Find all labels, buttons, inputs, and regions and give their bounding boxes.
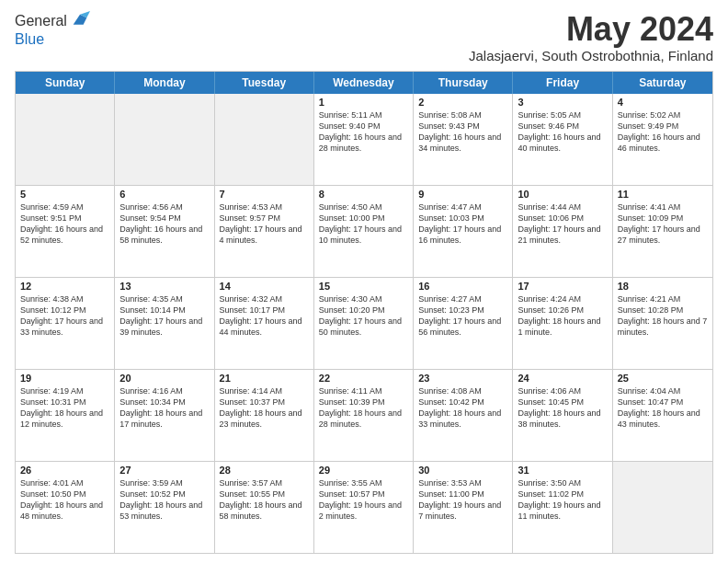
calendar-cell-23: 23Sunrise: 4:08 AM Sunset: 10:42 PM Dayl… — [414, 370, 513, 461]
day-number: 9 — [418, 189, 507, 200]
day-number: 18 — [618, 281, 708, 292]
day-number: 28 — [220, 465, 309, 476]
day-info: Sunrise: 4:56 AM Sunset: 9:54 PM Dayligh… — [119, 201, 209, 247]
day-number: 8 — [319, 189, 408, 200]
calendar-cell-3: 3Sunrise: 5:05 AM Sunset: 9:46 PM Daylig… — [513, 94, 612, 185]
calendar-cell-24: 24Sunrise: 4:06 AM Sunset: 10:45 PM Dayl… — [513, 370, 612, 461]
title-block: May 2024 Jalasjaervi, South Ostrobothnia… — [469, 11, 713, 63]
day-number: 19 — [20, 373, 109, 384]
day-number: 30 — [418, 465, 507, 476]
calendar-cell-2: 2Sunrise: 5:08 AM Sunset: 9:43 PM Daylig… — [414, 94, 513, 185]
day-number: 1 — [319, 97, 408, 108]
calendar-cell-17: 17Sunrise: 4:24 AM Sunset: 10:26 PM Dayl… — [513, 278, 612, 369]
calendar-cell-4: 4Sunrise: 5:02 AM Sunset: 9:49 PM Daylig… — [613, 94, 712, 185]
calendar-cell-16: 16Sunrise: 4:27 AM Sunset: 10:23 PM Dayl… — [414, 278, 513, 369]
calendar-cell-10: 10Sunrise: 4:44 AM Sunset: 10:06 PM Dayl… — [513, 186, 612, 277]
day-number: 13 — [119, 281, 209, 292]
header-day-wednesday: Wednesday — [314, 72, 414, 94]
header-day-sunday: Sunday — [16, 72, 115, 94]
day-info: Sunrise: 4:27 AM Sunset: 10:23 PM Daylig… — [418, 293, 507, 339]
day-info: Sunrise: 5:11 AM Sunset: 9:40 PM Dayligh… — [319, 109, 408, 155]
calendar-cell-6: 6Sunrise: 4:56 AM Sunset: 9:54 PM Daylig… — [115, 186, 214, 277]
calendar-row-3: 19Sunrise: 4:19 AM Sunset: 10:31 PM Dayl… — [16, 370, 712, 462]
day-number: 5 — [20, 189, 109, 200]
day-number: 7 — [220, 189, 309, 200]
day-number: 16 — [418, 281, 507, 292]
day-info: Sunrise: 5:02 AM Sunset: 9:49 PM Dayligh… — [618, 109, 708, 155]
logo: General Blue — [15, 11, 90, 48]
day-number: 27 — [119, 465, 209, 476]
calendar-cell-22: 22Sunrise: 4:11 AM Sunset: 10:39 PM Dayl… — [314, 370, 414, 461]
day-info: Sunrise: 4:11 AM Sunset: 10:39 PM Daylig… — [319, 385, 408, 431]
day-number: 26 — [20, 465, 109, 476]
calendar-cell-30: 30Sunrise: 3:53 AM Sunset: 11:00 PM Dayl… — [414, 462, 513, 553]
calendar-row-2: 12Sunrise: 4:38 AM Sunset: 10:12 PM Dayl… — [16, 278, 712, 370]
day-number: 20 — [119, 373, 209, 384]
day-number: 25 — [618, 373, 708, 384]
day-number: 17 — [518, 281, 607, 292]
day-number: 12 — [20, 281, 109, 292]
header-day-friday: Friday — [513, 72, 612, 94]
logo-bird-icon — [70, 11, 90, 31]
calendar-cell-empty-4-6 — [613, 462, 712, 553]
calendar-cell-19: 19Sunrise: 4:19 AM Sunset: 10:31 PM Dayl… — [16, 370, 115, 461]
day-info: Sunrise: 4:35 AM Sunset: 10:14 PM Daylig… — [119, 293, 209, 339]
title-location: Jalasjaervi, South Ostrobothnia, Finland — [469, 48, 713, 63]
header-day-monday: Monday — [115, 72, 214, 94]
day-number: 2 — [418, 97, 507, 108]
day-info: Sunrise: 4:01 AM Sunset: 10:50 PM Daylig… — [20, 477, 109, 523]
calendar-cell-5: 5Sunrise: 4:59 AM Sunset: 9:51 PM Daylig… — [16, 186, 115, 277]
day-number: 10 — [518, 189, 607, 200]
header-day-thursday: Thursday — [414, 72, 513, 94]
day-info: Sunrise: 4:38 AM Sunset: 10:12 PM Daylig… — [20, 293, 109, 339]
calendar-row-1: 5Sunrise: 4:59 AM Sunset: 9:51 PM Daylig… — [16, 186, 712, 278]
calendar-cell-26: 26Sunrise: 4:01 AM Sunset: 10:50 PM Dayl… — [16, 462, 115, 553]
day-info: Sunrise: 4:47 AM Sunset: 10:03 PM Daylig… — [418, 201, 507, 247]
day-info: Sunrise: 4:32 AM Sunset: 10:17 PM Daylig… — [220, 293, 309, 339]
day-number: 15 — [319, 281, 408, 292]
title-month: May 2024 — [469, 11, 713, 48]
calendar-header: SundayMondayTuesdayWednesdayThursdayFrid… — [16, 72, 712, 94]
header-day-tuesday: Tuesday — [215, 72, 314, 94]
header-day-saturday: Saturday — [613, 72, 712, 94]
day-info: Sunrise: 3:50 AM Sunset: 11:02 PM Daylig… — [518, 477, 607, 523]
calendar-cell-13: 13Sunrise: 4:35 AM Sunset: 10:14 PM Dayl… — [115, 278, 214, 369]
calendar-cell-28: 28Sunrise: 3:57 AM Sunset: 10:55 PM Dayl… — [215, 462, 314, 553]
day-info: Sunrise: 4:16 AM Sunset: 10:34 PM Daylig… — [119, 385, 209, 431]
day-info: Sunrise: 4:19 AM Sunset: 10:31 PM Daylig… — [20, 385, 109, 431]
calendar-cell-18: 18Sunrise: 4:21 AM Sunset: 10:28 PM Dayl… — [613, 278, 712, 369]
day-number: 3 — [518, 97, 607, 108]
calendar-cell-25: 25Sunrise: 4:04 AM Sunset: 10:47 PM Dayl… — [613, 370, 712, 461]
day-info: Sunrise: 5:05 AM Sunset: 9:46 PM Dayligh… — [518, 109, 607, 155]
day-info: Sunrise: 3:59 AM Sunset: 10:52 PM Daylig… — [119, 477, 209, 523]
day-info: Sunrise: 3:55 AM Sunset: 10:57 PM Daylig… — [319, 477, 408, 523]
day-info: Sunrise: 4:24 AM Sunset: 10:26 PM Daylig… — [518, 293, 607, 339]
calendar-row-4: 26Sunrise: 4:01 AM Sunset: 10:50 PM Dayl… — [16, 462, 712, 553]
day-info: Sunrise: 4:53 AM Sunset: 9:57 PM Dayligh… — [220, 201, 309, 247]
calendar-cell-12: 12Sunrise: 4:38 AM Sunset: 10:12 PM Dayl… — [16, 278, 115, 369]
calendar-cell-9: 9Sunrise: 4:47 AM Sunset: 10:03 PM Dayli… — [414, 186, 513, 277]
day-number: 29 — [319, 465, 408, 476]
calendar-cell-empty-0-2 — [215, 94, 314, 185]
calendar-cell-8: 8Sunrise: 4:50 AM Sunset: 10:00 PM Dayli… — [314, 186, 414, 277]
calendar-cell-14: 14Sunrise: 4:32 AM Sunset: 10:17 PM Dayl… — [215, 278, 314, 369]
day-info: Sunrise: 4:21 AM Sunset: 10:28 PM Daylig… — [618, 293, 708, 339]
calendar-cell-7: 7Sunrise: 4:53 AM Sunset: 9:57 PM Daylig… — [215, 186, 314, 277]
day-info: Sunrise: 4:59 AM Sunset: 9:51 PM Dayligh… — [20, 201, 109, 247]
day-info: Sunrise: 5:08 AM Sunset: 9:43 PM Dayligh… — [418, 109, 507, 155]
day-number: 21 — [220, 373, 309, 384]
day-info: Sunrise: 4:44 AM Sunset: 10:06 PM Daylig… — [518, 201, 607, 247]
day-number: 6 — [119, 189, 209, 200]
day-info: Sunrise: 4:50 AM Sunset: 10:00 PM Daylig… — [319, 201, 408, 247]
calendar-cell-11: 11Sunrise: 4:41 AM Sunset: 10:09 PM Dayl… — [613, 186, 712, 277]
calendar-body: 1Sunrise: 5:11 AM Sunset: 9:40 PM Daylig… — [16, 94, 712, 553]
calendar-cell-21: 21Sunrise: 4:14 AM Sunset: 10:37 PM Dayl… — [215, 370, 314, 461]
calendar-cell-15: 15Sunrise: 4:30 AM Sunset: 10:20 PM Dayl… — [314, 278, 414, 369]
calendar-cell-20: 20Sunrise: 4:16 AM Sunset: 10:34 PM Dayl… — [115, 370, 214, 461]
logo-general-text: General — [15, 13, 67, 29]
calendar-cell-empty-0-0 — [16, 94, 115, 185]
page: General Blue May 2024 Jalasjaervi, South… — [0, 0, 728, 563]
day-number: 22 — [319, 373, 408, 384]
day-info: Sunrise: 4:30 AM Sunset: 10:20 PM Daylig… — [319, 293, 408, 339]
day-number: 11 — [618, 189, 708, 200]
